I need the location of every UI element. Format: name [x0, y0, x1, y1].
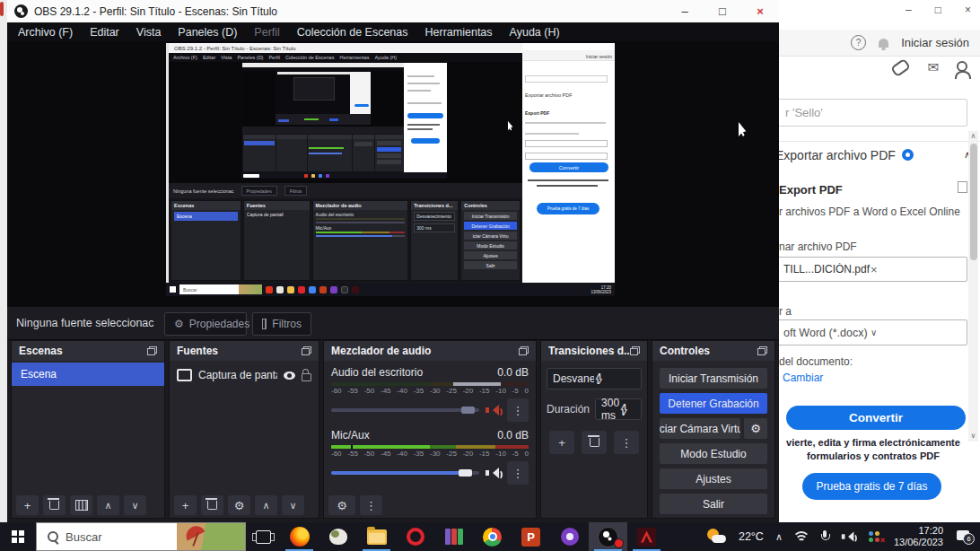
scrollbar-thumb[interactable]	[970, 144, 977, 260]
taskbar-acrobat[interactable]	[627, 522, 666, 551]
close-icon[interactable]: ×	[741, 0, 779, 22]
source-list-item[interactable]: Captura de pantall	[170, 364, 319, 386]
menu-coleccion[interactable]: Colección de Escenas	[297, 26, 408, 39]
volume-slider[interactable]	[331, 471, 479, 475]
add-scene-button[interactable]: +	[16, 495, 39, 515]
advanced-audio-button[interactable]: ⚙	[328, 495, 355, 515]
channel-menu-button[interactable]: ⋮	[507, 398, 529, 422]
obs-titlebar[interactable]: OBS 29.1.2 - Perfil: Sin Título - Escena…	[7, 0, 779, 22]
help-icon[interactable]: ?	[851, 35, 866, 50]
scene-list-item[interactable]: Escena	[12, 363, 164, 386]
settings-button[interactable]: Ajustes	[660, 468, 767, 489]
add-transition-button[interactable]: +	[549, 431, 574, 454]
popout-icon[interactable]	[630, 346, 640, 355]
remove-source-button[interactable]	[201, 495, 223, 515]
taskbar-file-explorer[interactable]	[357, 522, 396, 551]
export-pdf-section-header[interactable]: Exportar archivo PDF ∧	[779, 141, 980, 168]
stop-recording-button[interactable]: Detener Grabación	[660, 393, 767, 414]
menu-archivo[interactable]: Archivo (F)	[18, 26, 73, 39]
temperature-label[interactable]: 22°C	[739, 530, 764, 543]
scrollbar[interactable]: ∧ ∨	[968, 131, 978, 442]
menu-vista[interactable]: Vista	[136, 26, 162, 39]
convert-button[interactable]: Convertir	[786, 406, 966, 430]
tray-app-icon[interactable]: ×	[868, 530, 882, 543]
clear-file-icon[interactable]: ×	[871, 263, 958, 276]
add-source-button[interactable]: +	[174, 495, 197, 515]
scene-down-button[interactable]: ∨	[124, 495, 146, 515]
task-view-button[interactable]	[246, 522, 280, 551]
menu-paneles[interactable]: Paneles (D)	[178, 26, 237, 39]
menu-perfil[interactable]: Perfil	[254, 26, 279, 39]
acrobat-maximize-icon[interactable]: □	[935, 4, 941, 16]
system-tray: 22°C ∧ × 17:20 13/06/2023 6	[705, 525, 980, 548]
volume-icon[interactable]	[842, 531, 855, 543]
virtual-camera-button[interactable]: iciar Cámara Virtu	[660, 418, 740, 439]
acrobat-close-icon[interactable]: ×	[965, 4, 971, 16]
start-streaming-button[interactable]: Iniciar Transmisión	[660, 368, 767, 389]
source-up-button[interactable]: ∧	[255, 495, 277, 515]
taskbar-chrome[interactable]	[473, 522, 512, 551]
notification-center-icon[interactable]: 6	[957, 529, 973, 544]
scroll-up-icon[interactable]: ∧	[968, 131, 978, 142]
visibility-eye-icon[interactable]	[284, 372, 295, 380]
free-trial-button[interactable]: Prueba gratis de 7 días	[802, 473, 941, 500]
taskbar-firefox[interactable]	[280, 522, 319, 551]
maximize-icon[interactable]: □	[704, 0, 741, 22]
taskbar-opera[interactable]	[396, 522, 434, 551]
obs-preview-canvas[interactable]: OBS 29.1.2 - Perfil: Sin Título - Escena…	[7, 41, 779, 306]
unlock-icon[interactable]	[302, 373, 311, 381]
spinner-arrows-icon[interactable]: ∧∨	[619, 404, 635, 415]
properties-button[interactable]: ⚙ Propiedades	[164, 312, 247, 336]
menu-ayuda[interactable]: Ayuda (H)	[510, 26, 560, 39]
channel-name: Audio del escritorio	[331, 366, 423, 379]
source-properties-button[interactable]: ⚙	[228, 495, 250, 515]
source-down-button[interactable]: ∨	[282, 495, 304, 515]
speaker-icon[interactable]	[486, 467, 501, 479]
scene-up-button[interactable]: ∧	[97, 495, 119, 515]
wifi-icon[interactable]	[794, 531, 809, 542]
taskbar-obs[interactable]	[589, 522, 627, 551]
menu-herramientas[interactable]: Herramientas	[425, 26, 493, 39]
format-dropdown[interactable]: oft Word (*.docx) ∨	[779, 319, 967, 345]
start-button[interactable]	[0, 522, 36, 551]
volume-slider[interactable]	[331, 408, 479, 412]
duration-input[interactable]: 300 ms ∧∨	[595, 398, 642, 420]
mute-speaker-icon[interactable]	[486, 404, 501, 416]
transition-menu-button[interactable]: ⋮	[614, 431, 639, 454]
taskbar-powerpoint[interactable]: P	[512, 522, 550, 551]
sign-in-link[interactable]: Iniciar sesión	[901, 36, 969, 49]
share-link-icon[interactable]	[890, 58, 911, 78]
popout-icon[interactable]	[302, 346, 311, 355]
notifications-bell-icon[interactable]	[879, 39, 888, 48]
popout-icon[interactable]	[757, 346, 767, 355]
tools-search-input[interactable]: r 'Sello'	[779, 99, 967, 127]
menu-editar[interactable]: Editar	[90, 26, 119, 39]
taskbar-purple-browser[interactable]	[550, 522, 589, 551]
transition-select[interactable]: Desvanecimiento ∧∨	[547, 368, 642, 389]
scene-filters-button[interactable]	[70, 495, 92, 515]
filters-button[interactable]: Filtros	[252, 312, 311, 336]
taskbar-search-input[interactable]: Buscar	[36, 522, 246, 551]
hidden-icons-chevron[interactable]: ∧	[775, 531, 783, 543]
mixer-menu-button[interactable]: ⋮	[360, 495, 382, 515]
virtual-camera-settings-button[interactable]: ⚙	[744, 418, 767, 439]
change-language-link[interactable]: Cambiar	[783, 372, 823, 384]
remove-transition-button[interactable]	[582, 431, 607, 454]
microphone-icon[interactable]	[820, 530, 829, 543]
remove-scene-button[interactable]	[43, 495, 66, 515]
channel-menu-button[interactable]: ⋮	[507, 461, 529, 485]
add-user-icon[interactable]	[957, 61, 967, 72]
popout-icon[interactable]	[519, 346, 529, 355]
scroll-down-icon[interactable]: ∨	[968, 431, 978, 442]
acrobat-minimize-icon[interactable]: –	[906, 4, 912, 16]
studio-mode-button[interactable]: Modo Estudio	[660, 443, 767, 464]
email-icon[interactable]: ✉	[927, 61, 939, 74]
selected-file-field[interactable]: TILL...DICIÓN.pdf ×	[779, 257, 967, 282]
exit-button[interactable]: Salir	[660, 494, 767, 514]
minimize-icon[interactable]: –	[666, 0, 704, 22]
clock[interactable]: 17:20 13/06/2023	[894, 525, 943, 548]
taskbar-duck-app[interactable]	[319, 522, 357, 551]
weather-icon[interactable]	[705, 528, 727, 546]
taskbar-winrar[interactable]	[434, 522, 473, 551]
popout-icon[interactable]	[147, 346, 157, 355]
